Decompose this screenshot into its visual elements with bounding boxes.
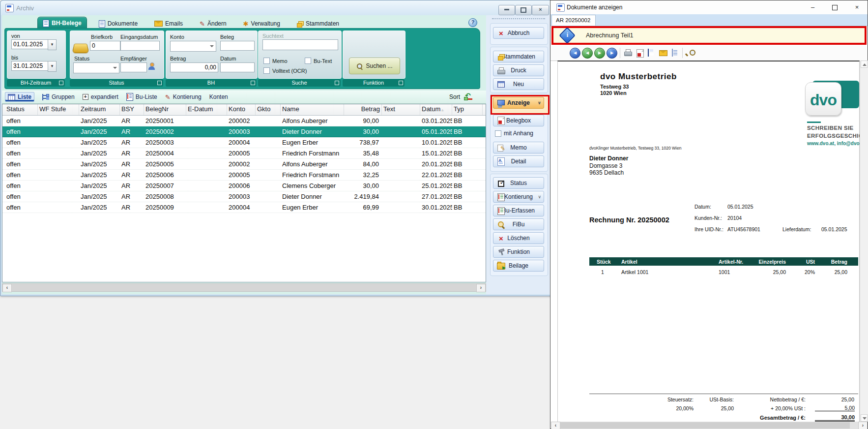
empfaenger-input[interactable]: [120, 62, 147, 72]
maximize-button[interactable]: [824, 0, 846, 14]
previous-page-button[interactable]: ◀: [582, 48, 593, 59]
scroll-left-button[interactable]: ‹: [2, 284, 12, 292]
table-row[interactable]: offenJan/2025AR20250004200005Friedrich F…: [2, 148, 486, 159]
close-button[interactable]: ×: [846, 0, 868, 14]
table-header-row[interactable]: StatusWF StufeZeitraumBSYBelegNrE-DatumK…: [2, 104, 486, 116]
table-row[interactable]: offenJan/2025AR20250005200002Alfons Aube…: [2, 159, 486, 170]
suchtext-input[interactable]: [262, 39, 338, 50]
eingangsdatum-input[interactable]: [120, 41, 160, 51]
help-icon[interactable]: ?: [468, 18, 477, 27]
column-header[interactable]: Status: [5, 104, 38, 115]
view-bu-liste[interactable]: Bu-Liste: [126, 93, 157, 101]
group-label-bh-zeitraum[interactable]: BH-Zeitraum: [7, 79, 65, 87]
pdf-icon[interactable]: [637, 49, 644, 58]
save-icon[interactable]: [648, 49, 649, 57]
suchen-button[interactable]: Suchen ...: [349, 58, 400, 74]
view-kontierung[interactable]: ✎Kontierung: [165, 93, 202, 100]
text-view-icon[interactable]: [672, 49, 673, 57]
table-row[interactable]: offenJan/2025AR20250008200003Dieter Donn…: [2, 191, 486, 202]
abbruch-button[interactable]: ×Abbruch: [493, 27, 544, 39]
volltext-checkbox[interactable]: [263, 67, 270, 74]
von-date-input[interactable]: [11, 39, 49, 49]
panel-drag-handle[interactable]: [492, 18, 545, 19]
table-row[interactable]: offenJan/2025AR20250007200006Clemens Cob…: [2, 181, 486, 191]
neu-button[interactable]: Neu: [493, 78, 544, 90]
column-header[interactable]: E-Datum: [186, 104, 227, 115]
column-header[interactable]: Name: [281, 104, 344, 115]
mit-anhang-checkbox-row[interactable]: mit Anhang: [495, 130, 533, 137]
stammdaten-button[interactable]: Stammdaten: [493, 51, 544, 62]
scroll-up-button[interactable]: [861, 61, 868, 68]
druck-button[interactable]: Druck: [493, 64, 544, 76]
detail-button[interactable]: ADetail: [493, 155, 544, 167]
tab-stammdaten[interactable]: Stammdaten: [292, 18, 344, 29]
restore-button[interactable]: [515, 5, 532, 15]
konto-select[interactable]: [170, 41, 216, 52]
status-select[interactable]: [73, 62, 119, 73]
close-button[interactable]: ×: [532, 5, 549, 15]
datum-input[interactable]: [220, 62, 255, 72]
horizontal-scrollbar[interactable]: ‹ ›: [551, 422, 868, 429]
tab-dokumente[interactable]: Dokumente: [94, 18, 143, 29]
group-label-funktion[interactable]: Funktion: [343, 79, 405, 87]
bu-erfassen-button[interactable]: Bu-Erfassen: [493, 205, 544, 216]
bis-date-input[interactable]: [11, 61, 49, 71]
first-page-button[interactable]: ◀: [570, 48, 580, 59]
scroll-right-button[interactable]: ›: [476, 284, 486, 292]
column-header[interactable]: Zeitraum: [79, 104, 120, 115]
group-label-bh[interactable]: BH: [166, 79, 257, 87]
column-header[interactable]: Text: [382, 104, 420, 115]
view-expandiert[interactable]: +expandiert: [83, 93, 118, 100]
vertical-scrollbar[interactable]: [860, 61, 868, 422]
horizontal-scrollbar[interactable]: ‹ ›: [2, 283, 486, 292]
view-liste[interactable]: Liste: [5, 92, 34, 102]
column-header[interactable]: Betrag: [344, 104, 382, 115]
dvo-website-link[interactable]: www.dvo.at, info@dvo.at: [807, 141, 865, 146]
beilage-button[interactable]: ▶Beilage: [493, 260, 544, 272]
minimize-button[interactable]: [498, 5, 515, 15]
bu-text-checkbox[interactable]: [305, 58, 311, 64]
viewer-titlebar[interactable]: Dokumente anzeigen – ×: [550, 0, 868, 14]
volltext-checkbox-row[interactable]: Volltext (OCR): [263, 67, 307, 74]
bis-dropdown-button[interactable]: ▾: [48, 61, 57, 72]
scroll-right-button[interactable]: ›: [858, 422, 868, 429]
scroll-left-button[interactable]: ‹: [551, 422, 560, 429]
column-header[interactable]: BSY: [120, 104, 144, 115]
fibu-button[interactable]: FiBu: [493, 218, 544, 230]
status-button[interactable]: ✓Status: [493, 177, 544, 189]
funktion-button[interactable]: Funktion: [493, 246, 544, 258]
next-page-button[interactable]: ▶: [594, 48, 605, 59]
table-row[interactable]: offenJan/2025AR20250009200004Eugen Erber…: [2, 202, 486, 213]
mit-anhang-checkbox[interactable]: [495, 130, 501, 137]
column-header[interactable]: BelegNr: [144, 104, 186, 115]
table-row[interactable]: offenJan/2025AR20250003200004Eugen Erber…: [2, 137, 486, 148]
sort-control[interactable]: Sort ↶: [449, 93, 486, 101]
bu-text-checkbox-row[interactable]: Bu-Text: [305, 58, 332, 64]
table-row[interactable]: offenJan/2025AR20250002200003Dieter Donn…: [2, 126, 486, 137]
scrollbar-thumb[interactable]: [560, 422, 850, 429]
tab-emails[interactable]: Emails: [149, 18, 188, 29]
tab-bh-belege[interactable]: BH-Belege: [37, 17, 87, 29]
document-banner[interactable]: i Abrechnung Teil1: [551, 26, 867, 45]
loeschen-button[interactable]: ×Löschen: [493, 232, 544, 244]
column-header[interactable]: Typ: [452, 104, 483, 115]
view-konten[interactable]: Konten: [209, 93, 228, 100]
viewer-document-tab[interactable]: AR 20250002: [551, 15, 596, 26]
tab-verwaltung[interactable]: ✱ Verwaltung: [238, 18, 285, 29]
memo-checkbox[interactable]: [263, 58, 270, 64]
anzeige-button[interactable]: Anzeige∨: [493, 97, 544, 109]
view-gruppen[interactable]: Gruppen: [42, 93, 75, 100]
table-row[interactable]: offenJan/2025AR20250001200002Alfons Aube…: [2, 116, 486, 126]
archiv-titlebar[interactable]: Archiv ×: [0, 0, 552, 15]
person-icon[interactable]: [148, 62, 155, 70]
kontierung-button[interactable]: Kontierung∨: [493, 191, 544, 203]
tab-aendern[interactable]: ✎ Ändern: [195, 18, 231, 29]
belegbox-button[interactable]: Belegbox: [493, 115, 544, 126]
column-header[interactable]: Gkto: [256, 104, 281, 115]
last-page-button[interactable]: ▶: [607, 48, 617, 59]
print-icon[interactable]: [624, 49, 632, 56]
column-header[interactable]: Datum▵: [420, 104, 452, 115]
minimize-button[interactable]: –: [802, 0, 824, 14]
group-label-status[interactable]: Status: [70, 79, 163, 87]
email-icon[interactable]: [659, 50, 667, 56]
